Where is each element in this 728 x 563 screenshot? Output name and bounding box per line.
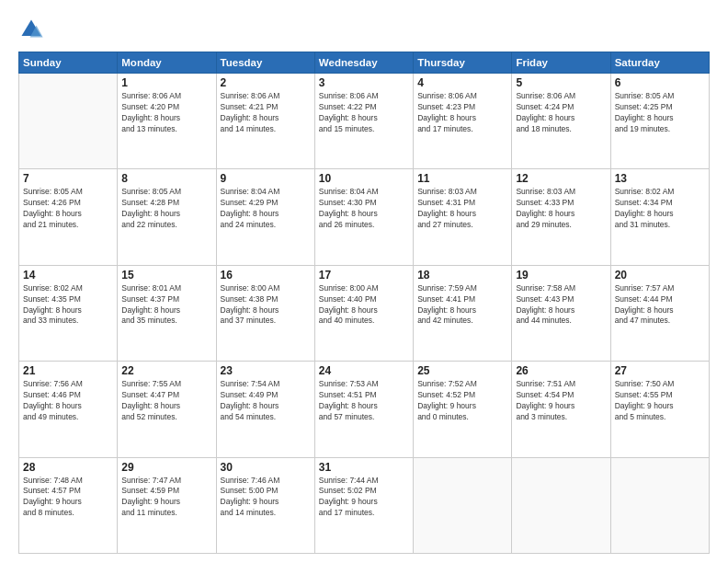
day-info: Sunrise: 7:44 AM Sunset: 5:02 PM Dayligh… bbox=[319, 476, 409, 520]
logo bbox=[18, 17, 48, 42]
day-number: 21 bbox=[23, 364, 113, 377]
day-info: Sunrise: 8:03 AM Sunset: 4:33 PM Dayligh… bbox=[516, 187, 606, 231]
calendar-header: SundayMondayTuesdayWednesdayThursdayFrid… bbox=[19, 52, 710, 74]
day-number: 16 bbox=[221, 269, 311, 282]
day-number: 11 bbox=[417, 172, 507, 185]
day-number: 5 bbox=[516, 76, 606, 89]
day-number: 15 bbox=[121, 269, 211, 282]
weekday-header-thursday: Thursday bbox=[414, 52, 512, 74]
day-number: 20 bbox=[615, 269, 705, 282]
day-number: 17 bbox=[319, 269, 409, 282]
day-info: Sunrise: 8:00 AM Sunset: 4:38 PM Dayligh… bbox=[221, 283, 311, 327]
day-number: 19 bbox=[516, 269, 606, 282]
day-info: Sunrise: 7:48 AM Sunset: 4:57 PM Dayligh… bbox=[23, 476, 113, 520]
calendar-cell bbox=[610, 457, 709, 553]
calendar-cell: 5Sunrise: 8:06 AM Sunset: 4:24 PM Daylig… bbox=[512, 74, 610, 169]
day-number: 30 bbox=[221, 461, 311, 474]
day-number: 24 bbox=[319, 364, 409, 377]
day-number: 22 bbox=[121, 364, 211, 377]
day-number: 4 bbox=[417, 76, 507, 89]
day-number: 18 bbox=[417, 269, 507, 282]
calendar-cell: 24Sunrise: 7:53 AM Sunset: 4:51 PM Dayli… bbox=[314, 362, 413, 457]
day-info: Sunrise: 8:05 AM Sunset: 4:28 PM Dayligh… bbox=[121, 187, 211, 231]
week-row-0: 1Sunrise: 8:06 AM Sunset: 4:20 PM Daylig… bbox=[19, 74, 710, 169]
calendar-cell: 11Sunrise: 8:03 AM Sunset: 4:31 PM Dayli… bbox=[414, 169, 512, 265]
calendar-cell: 20Sunrise: 7:57 AM Sunset: 4:44 PM Dayli… bbox=[610, 265, 709, 361]
calendar-cell: 18Sunrise: 7:59 AM Sunset: 4:41 PM Dayli… bbox=[414, 265, 512, 361]
day-info: Sunrise: 8:05 AM Sunset: 4:25 PM Dayligh… bbox=[615, 91, 705, 135]
day-number: 2 bbox=[221, 76, 311, 89]
calendar-cell bbox=[414, 457, 512, 553]
day-number: 8 bbox=[121, 172, 211, 185]
calendar-body: 1Sunrise: 8:06 AM Sunset: 4:20 PM Daylig… bbox=[19, 74, 710, 554]
calendar-cell: 1Sunrise: 8:06 AM Sunset: 4:20 PM Daylig… bbox=[118, 74, 216, 169]
day-info: Sunrise: 8:05 AM Sunset: 4:26 PM Dayligh… bbox=[23, 187, 113, 231]
day-number: 23 bbox=[221, 364, 311, 377]
day-number: 9 bbox=[221, 172, 311, 185]
day-number: 6 bbox=[615, 76, 705, 89]
calendar-cell: 15Sunrise: 8:01 AM Sunset: 4:37 PM Dayli… bbox=[118, 265, 216, 361]
calendar-cell bbox=[19, 74, 118, 169]
day-info: Sunrise: 7:54 AM Sunset: 4:49 PM Dayligh… bbox=[221, 379, 311, 423]
day-info: Sunrise: 8:06 AM Sunset: 4:22 PM Dayligh… bbox=[319, 91, 409, 135]
calendar-cell: 23Sunrise: 7:54 AM Sunset: 4:49 PM Dayli… bbox=[216, 362, 314, 457]
week-row-1: 7Sunrise: 8:05 AM Sunset: 4:26 PM Daylig… bbox=[19, 169, 710, 265]
day-info: Sunrise: 8:06 AM Sunset: 4:20 PM Dayligh… bbox=[121, 91, 211, 135]
day-info: Sunrise: 7:47 AM Sunset: 4:59 PM Dayligh… bbox=[121, 476, 211, 520]
day-info: Sunrise: 8:02 AM Sunset: 4:34 PM Dayligh… bbox=[615, 187, 705, 231]
day-info: Sunrise: 7:52 AM Sunset: 4:52 PM Dayligh… bbox=[417, 379, 507, 423]
weekday-header-monday: Monday bbox=[118, 52, 216, 74]
day-number: 3 bbox=[319, 76, 409, 89]
day-number: 29 bbox=[121, 461, 211, 474]
week-row-4: 28Sunrise: 7:48 AM Sunset: 4:57 PM Dayli… bbox=[19, 457, 710, 553]
day-number: 14 bbox=[23, 269, 113, 282]
calendar-cell: 29Sunrise: 7:47 AM Sunset: 4:59 PM Dayli… bbox=[118, 457, 216, 553]
calendar-cell: 8Sunrise: 8:05 AM Sunset: 4:28 PM Daylig… bbox=[118, 169, 216, 265]
day-info: Sunrise: 8:06 AM Sunset: 4:23 PM Dayligh… bbox=[417, 91, 507, 135]
weekday-row: SundayMondayTuesdayWednesdayThursdayFrid… bbox=[19, 52, 710, 74]
calendar-cell: 28Sunrise: 7:48 AM Sunset: 4:57 PM Dayli… bbox=[19, 457, 118, 553]
day-number: 31 bbox=[319, 461, 409, 474]
header bbox=[18, 17, 710, 42]
calendar-cell: 14Sunrise: 8:02 AM Sunset: 4:35 PM Dayli… bbox=[19, 265, 118, 361]
day-info: Sunrise: 7:56 AM Sunset: 4:46 PM Dayligh… bbox=[23, 379, 113, 423]
calendar-cell: 3Sunrise: 8:06 AM Sunset: 4:22 PM Daylig… bbox=[314, 74, 413, 169]
day-info: Sunrise: 7:50 AM Sunset: 4:55 PM Dayligh… bbox=[615, 379, 705, 423]
calendar-cell: 22Sunrise: 7:55 AM Sunset: 4:47 PM Dayli… bbox=[118, 362, 216, 457]
day-info: Sunrise: 7:51 AM Sunset: 4:54 PM Dayligh… bbox=[516, 379, 606, 423]
calendar-cell: 9Sunrise: 8:04 AM Sunset: 4:29 PM Daylig… bbox=[216, 169, 314, 265]
day-info: Sunrise: 7:55 AM Sunset: 4:47 PM Dayligh… bbox=[121, 379, 211, 423]
day-number: 13 bbox=[615, 172, 705, 185]
day-number: 7 bbox=[23, 172, 113, 185]
day-info: Sunrise: 8:04 AM Sunset: 4:30 PM Dayligh… bbox=[319, 187, 409, 231]
calendar-cell: 12Sunrise: 8:03 AM Sunset: 4:33 PM Dayli… bbox=[512, 169, 610, 265]
day-number: 10 bbox=[319, 172, 409, 185]
calendar-cell: 4Sunrise: 8:06 AM Sunset: 4:23 PM Daylig… bbox=[414, 74, 512, 169]
day-info: Sunrise: 8:00 AM Sunset: 4:40 PM Dayligh… bbox=[319, 283, 409, 327]
calendar-cell: 16Sunrise: 8:00 AM Sunset: 4:38 PM Dayli… bbox=[216, 265, 314, 361]
weekday-header-friday: Friday bbox=[512, 52, 610, 74]
day-info: Sunrise: 7:46 AM Sunset: 5:00 PM Dayligh… bbox=[221, 476, 311, 520]
day-number: 25 bbox=[417, 364, 507, 377]
logo-icon bbox=[18, 17, 44, 42]
day-info: Sunrise: 7:58 AM Sunset: 4:43 PM Dayligh… bbox=[516, 283, 606, 327]
weekday-header-sunday: Sunday bbox=[19, 52, 118, 74]
day-info: Sunrise: 7:59 AM Sunset: 4:41 PM Dayligh… bbox=[417, 283, 507, 327]
calendar-cell: 30Sunrise: 7:46 AM Sunset: 5:00 PM Dayli… bbox=[216, 457, 314, 553]
calendar-cell: 19Sunrise: 7:58 AM Sunset: 4:43 PM Dayli… bbox=[512, 265, 610, 361]
day-info: Sunrise: 8:04 AM Sunset: 4:29 PM Dayligh… bbox=[221, 187, 311, 231]
calendar-cell: 6Sunrise: 8:05 AM Sunset: 4:25 PM Daylig… bbox=[610, 74, 709, 169]
calendar-cell: 27Sunrise: 7:50 AM Sunset: 4:55 PM Dayli… bbox=[610, 362, 709, 457]
weekday-header-saturday: Saturday bbox=[610, 52, 709, 74]
day-info: Sunrise: 7:53 AM Sunset: 4:51 PM Dayligh… bbox=[319, 379, 409, 423]
day-info: Sunrise: 8:02 AM Sunset: 4:35 PM Dayligh… bbox=[23, 283, 113, 327]
week-row-3: 21Sunrise: 7:56 AM Sunset: 4:46 PM Dayli… bbox=[19, 362, 710, 457]
day-number: 26 bbox=[516, 364, 606, 377]
day-number: 27 bbox=[615, 364, 705, 377]
weekday-header-wednesday: Wednesday bbox=[314, 52, 413, 74]
week-row-2: 14Sunrise: 8:02 AM Sunset: 4:35 PM Dayli… bbox=[19, 265, 710, 361]
weekday-header-tuesday: Tuesday bbox=[216, 52, 314, 74]
calendar-cell: 10Sunrise: 8:04 AM Sunset: 4:30 PM Dayli… bbox=[314, 169, 413, 265]
day-info: Sunrise: 7:57 AM Sunset: 4:44 PM Dayligh… bbox=[615, 283, 705, 327]
calendar-cell bbox=[512, 457, 610, 553]
